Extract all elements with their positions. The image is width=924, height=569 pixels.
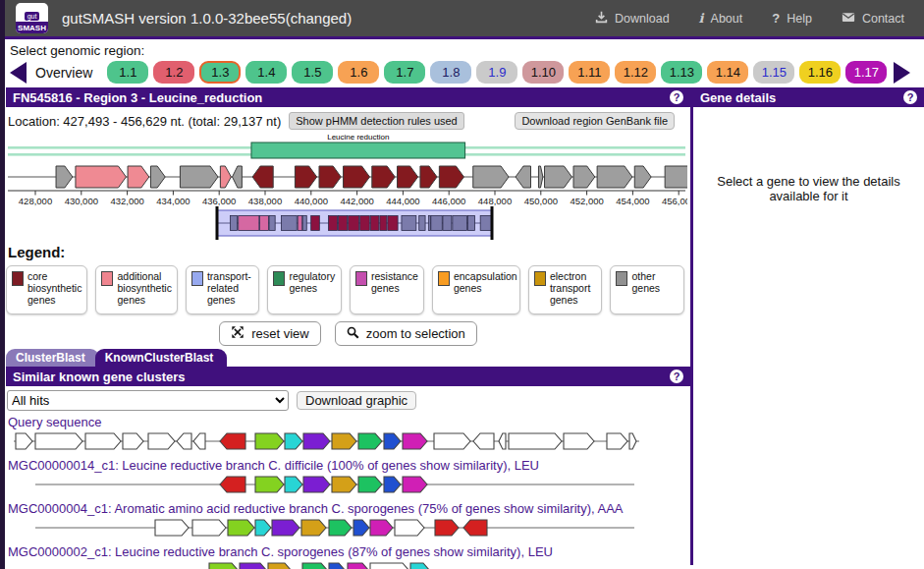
gene-arrow[interactable]	[56, 166, 73, 188]
gene-arrow[interactable]	[255, 433, 284, 449]
nav-help[interactable]: ?Help	[772, 11, 812, 26]
region-button-1.17[interactable]: 1.17	[845, 61, 887, 84]
overview-gene[interactable]	[231, 216, 238, 231]
region-button-1.15[interactable]: 1.15	[753, 61, 794, 84]
gene-arrow[interactable]	[303, 477, 330, 492]
nav-download[interactable]: Download	[595, 11, 670, 27]
overview-gene[interactable]	[328, 216, 337, 231]
gene-arrow[interactable]	[516, 166, 530, 188]
nav-contact[interactable]: Contact	[842, 12, 904, 26]
gene-arrow[interactable]	[285, 433, 302, 449]
gene-arrow[interactable]	[509, 433, 562, 449]
gene-arrow[interactable]	[463, 520, 487, 536]
gene-arrow[interactable]	[233, 166, 243, 188]
next-region-arrow[interactable]	[894, 62, 910, 84]
overview-gene[interactable]	[468, 216, 475, 231]
gene-arrow[interactable]	[358, 433, 382, 449]
overview-gene[interactable]	[419, 216, 425, 231]
gene-arrow[interactable]	[252, 166, 273, 188]
gene-arrow[interactable]	[410, 563, 430, 569]
overview-gene[interactable]	[380, 216, 387, 231]
overview-gene[interactable]	[239, 216, 259, 231]
region-button-1.16[interactable]: 1.16	[799, 61, 841, 84]
gene-arrow[interactable]	[35, 433, 82, 449]
gene-arrow[interactable]	[597, 166, 632, 188]
download-graphic-button[interactable]: Download graphic	[297, 391, 416, 410]
gene-arrow[interactable]	[545, 166, 572, 188]
overview-handle-right[interactable]	[491, 206, 494, 240]
gene-arrow[interactable]	[295, 166, 316, 188]
gene-arrow[interactable]	[123, 433, 143, 449]
gene-arrow[interactable]	[192, 520, 226, 536]
gene-arrow[interactable]	[329, 520, 352, 536]
gene-arrow[interactable]	[177, 433, 191, 449]
gene-arrow[interactable]	[384, 433, 401, 449]
gene-arrow[interactable]	[255, 477, 284, 492]
region-button-1.1[interactable]: 1.1	[107, 61, 148, 84]
gene-arrow[interactable]	[76, 166, 126, 188]
zoom-selection-button[interactable]: zoom to selection	[335, 321, 477, 346]
gene-arrow[interactable]	[473, 433, 494, 449]
gene-arrow[interactable]	[499, 433, 506, 449]
region-button-1.13[interactable]: 1.13	[661, 61, 702, 84]
help-icon[interactable]: ?	[670, 90, 683, 104]
cluster-extent[interactable]	[251, 142, 465, 158]
overview-gene[interactable]	[443, 216, 452, 231]
gene-arrow[interactable]	[384, 477, 401, 492]
tab-knownclusterblast[interactable]: KnownClusterBlast	[95, 349, 228, 367]
gene-arrow[interactable]	[370, 520, 393, 536]
gene-arrow[interactable]	[193, 433, 205, 449]
gene-arrow[interactable]	[240, 563, 267, 569]
region-button-1.12[interactable]: 1.12	[615, 61, 656, 84]
gene-arrow[interactable]	[220, 166, 231, 188]
overview-gene[interactable]	[269, 216, 275, 231]
gene-arrow[interactable]	[303, 433, 330, 449]
gene-arrow[interactable]	[128, 166, 149, 188]
gene-arrow[interactable]	[395, 520, 424, 536]
region-button-1.11[interactable]: 1.11	[569, 61, 610, 84]
region-button-1.5[interactable]: 1.5	[292, 61, 333, 84]
tab-clusterblast[interactable]: ClusterBlast	[6, 349, 99, 367]
gene-arrow[interactable]	[220, 477, 245, 492]
gene-arrow[interactable]	[473, 166, 509, 188]
region-button-1.2[interactable]: 1.2	[153, 61, 194, 84]
gene-arrow[interactable]	[209, 563, 239, 569]
gene-arrow[interactable]	[332, 433, 356, 449]
help-icon[interactable]: ?	[903, 90, 917, 104]
region-button-1.14[interactable]: 1.14	[707, 61, 748, 84]
overview-gene[interactable]	[480, 216, 492, 231]
gutsmash-logo[interactable]: gut SMASH	[16, 3, 48, 33]
overview-gene[interactable]	[260, 216, 269, 231]
gene-arrow[interactable]	[573, 166, 595, 188]
region-button-1.6[interactable]: 1.6	[338, 61, 379, 84]
overview-gene[interactable]	[349, 216, 359, 231]
gene-arrow[interactable]	[220, 433, 245, 449]
overview-gene[interactable]	[311, 216, 320, 231]
download-genbank-button[interactable]: Download region GenBank file	[515, 112, 675, 130]
gene-arrow[interactable]	[564, 433, 594, 449]
gene-arrow[interactable]	[434, 433, 470, 449]
gene-arrow[interactable]	[435, 520, 459, 536]
overview-gene[interactable]	[281, 216, 297, 231]
gene-arrow[interactable]	[398, 166, 418, 188]
gene-arrow[interactable]	[329, 563, 346, 569]
gene-arrow[interactable]	[372, 166, 395, 188]
reset-view-button[interactable]: reset view	[219, 321, 321, 346]
region-button-1.3[interactable]: 1.3	[199, 61, 241, 84]
gene-arrow[interactable]	[634, 166, 651, 188]
gene-arrow[interactable]	[319, 166, 341, 188]
overview-gene[interactable]	[298, 216, 302, 231]
gene-arrow[interactable]	[665, 166, 687, 188]
gene-arrow[interactable]	[268, 563, 292, 569]
overview-gene[interactable]	[402, 216, 416, 231]
gene-arrow[interactable]	[538, 166, 542, 188]
gene-arrow[interactable]	[348, 563, 369, 569]
show-phmm-rules-button[interactable]: Show pHMM detection rules used	[289, 112, 463, 130]
gene-arrow[interactable]	[155, 520, 189, 536]
gene-arrow[interactable]	[607, 433, 627, 449]
region-button-1.8[interactable]: 1.8	[430, 61, 471, 84]
gene-arrow[interactable]	[228, 520, 254, 536]
overview-gene[interactable]	[428, 216, 430, 231]
region-button-1.10[interactable]: 1.10	[522, 61, 564, 84]
gene-arrow[interactable]	[358, 477, 382, 492]
